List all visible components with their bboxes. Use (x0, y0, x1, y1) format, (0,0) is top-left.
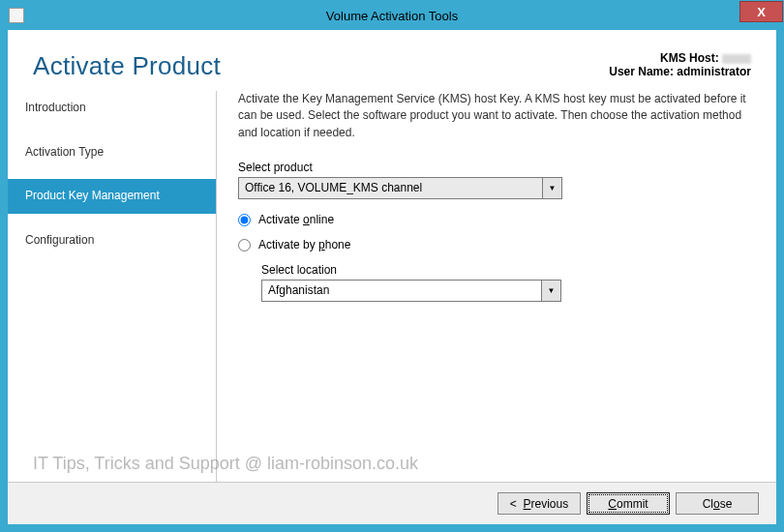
close-button[interactable]: X (739, 1, 783, 22)
content-area: Introduction Activation Type Product Key… (8, 91, 776, 482)
titlebar[interactable]: Volume Activation Tools X (1, 1, 783, 30)
chevron-down-icon[interactable]: ▼ (541, 281, 560, 301)
instruction-text: Activate the Key Management Service (KMS… (238, 91, 753, 141)
activate-online-radio[interactable]: Activate online (238, 213, 753, 226)
activate-by-phone-radio[interactable]: Activate by phone (238, 238, 753, 251)
sidebar-item-activation-type[interactable]: Activation Type (8, 135, 216, 170)
kms-host-label: KMS Host: (660, 51, 719, 65)
activate-online-label: Activate online (258, 213, 334, 226)
previous-button[interactable]: < Previous (498, 492, 581, 515)
commit-button[interactable]: Commit (587, 492, 670, 515)
watermark-text: IT Tips, Tricks and Support @ liam-robin… (33, 454, 418, 474)
close-button-footer[interactable]: Close (676, 492, 759, 515)
chevron-down-icon[interactable]: ▼ (542, 178, 561, 198)
app-icon (9, 8, 24, 23)
activate-by-phone-label: Activate by phone (258, 238, 350, 251)
window-title: Volume Activation Tools (326, 9, 458, 23)
location-section: Select location Afghanistan ▼ (261, 263, 753, 302)
select-product-dropdown[interactable]: Office 16, VOLUME_KMS channel ▼ (238, 177, 562, 199)
button-row: < Previous Commit Close (8, 482, 776, 524)
select-product-value: Office 16, VOLUME_KMS channel (239, 178, 542, 198)
sidebar-item-introduction[interactable]: Introduction (8, 91, 216, 126)
window: Volume Activation Tools X Activate Produ… (0, 0, 784, 532)
client-area: Activate Product KMS Host: User Name: ad… (1, 30, 783, 531)
select-product-label: Select product (238, 161, 753, 174)
sidebar-item-configuration[interactable]: Configuration (8, 223, 216, 258)
activate-online-input[interactable] (238, 214, 251, 226)
host-info: KMS Host: User Name: administrator (609, 51, 751, 78)
close-icon: X (757, 5, 766, 19)
sidebar: Introduction Activation Type Product Key… (8, 91, 217, 482)
kms-host-value (722, 54, 751, 64)
username-label: User Name: (609, 65, 674, 78)
username-value: administrator (677, 65, 751, 78)
select-location-label: Select location (261, 263, 753, 277)
select-location-value: Afghanistan (262, 281, 541, 301)
main-panel: Activate the Key Management Service (KMS… (217, 91, 776, 482)
activate-by-phone-input[interactable] (238, 239, 251, 251)
header-row: Activate Product KMS Host: User Name: ad… (8, 30, 776, 91)
page-heading: Activate Product (33, 51, 221, 81)
select-location-dropdown[interactable]: Afghanistan ▼ (261, 280, 561, 302)
sidebar-item-product-key-management[interactable]: Product Key Management (8, 179, 216, 214)
